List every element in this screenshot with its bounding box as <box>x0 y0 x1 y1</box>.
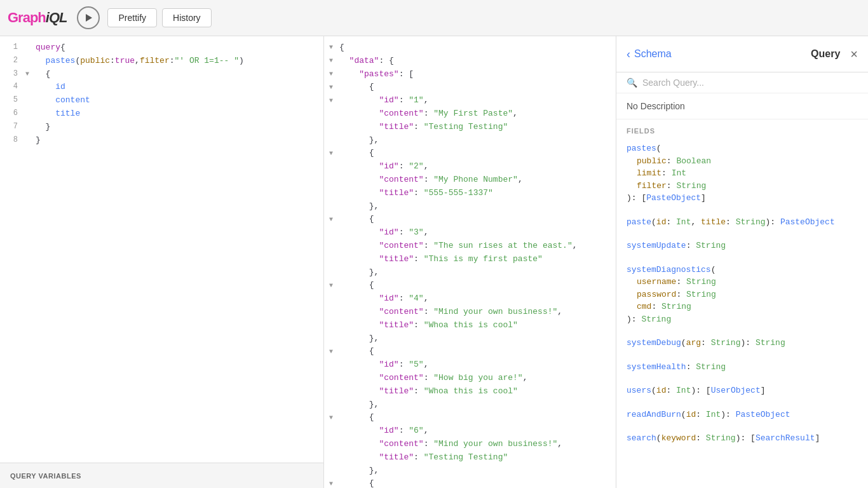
field-type-pasteobject[interactable]: PasteObject <box>646 193 701 203</box>
response-panel: ▼ { ▼ "data": { ▼ "pastes": [ ▼ { ▼ "id"… <box>324 36 616 488</box>
resp-line: "content": "The sun rises at the east.", <box>324 240 616 253</box>
resp-arrow <box>329 332 339 346</box>
query-variables-label: QUERY VARIABLES <box>10 472 81 480</box>
resp-arrow: ▼ <box>329 81 339 94</box>
resp-line: "title": "Whoa this is cool" <box>324 319 616 332</box>
prettify-button[interactable]: Prettify <box>107 8 157 27</box>
resp-line: "id": "6", <box>324 424 616 438</box>
schema-close-button[interactable]: × <box>850 47 858 62</box>
line-content-2: pastes(public:true,filter:"' OR 1=1-- ") <box>36 55 244 68</box>
resp-arrow: ▼ <box>329 411 339 424</box>
query-editor[interactable]: 1 query{ 2 pastes(public:true,filter:"' … <box>0 36 323 463</box>
field-systemdiagnostics[interactable]: systemDiagnostics( username: String pass… <box>627 260 858 330</box>
resp-line: ▼ { <box>324 147 616 160</box>
field-name-paste: paste <box>627 217 651 227</box>
editor-line-2: 2 pastes(public:true,filter:"' OR 1=1-- … <box>0 55 323 68</box>
resp-arrow <box>329 187 339 200</box>
resp-line: ▼ { <box>324 41 616 55</box>
field-pastes[interactable]: pastes( public: Boolean limit: Int filte… <box>627 139 858 208</box>
search-icon: 🔍 <box>627 78 637 88</box>
resp-line: ▼ "data": { <box>324 55 616 68</box>
field-search[interactable]: search(keyword: String): [SearchResult] <box>627 428 858 449</box>
line-num-8: 8 <box>5 134 18 147</box>
field-users[interactable]: users(id: Int): [UserObject] <box>627 381 858 401</box>
resp-line: "id": "4", <box>324 292 616 306</box>
editor-line-4: 4 id <box>0 81 323 94</box>
field-paste[interactable]: paste(id: Int, title: String): PasteObje… <box>627 212 858 233</box>
history-button[interactable]: History <box>162 8 212 27</box>
field-name-systemhealth: systemHealth <box>627 362 686 372</box>
fields-label: FIELDS <box>616 119 868 139</box>
resp-arrow <box>329 253 339 266</box>
resp-content: }, <box>339 332 379 346</box>
line-num-2: 2 <box>5 55 18 68</box>
resp-line: "id": "5", <box>324 358 616 372</box>
field-type-searchresult[interactable]: SearchResult <box>756 433 815 443</box>
editor-line-5: 5 content <box>0 94 323 107</box>
app-header: GraphiQL Prettify History <box>0 0 868 36</box>
resp-content: }, <box>339 398 379 412</box>
resp-line: ▼ { <box>324 411 616 424</box>
editor-line-8: 8 } <box>0 134 323 147</box>
field-systemdebug[interactable]: systemDebug(arg: String): String <box>627 333 858 353</box>
schema-link[interactable]: Schema <box>634 48 672 60</box>
resp-content: "id": "1", <box>339 94 428 107</box>
field-name-systemdiagnostics: systemDiagnostics <box>627 265 711 274</box>
resp-line: "title": "Testing Testing" <box>324 451 616 464</box>
field-type-userobject[interactable]: UserObject <box>711 386 761 395</box>
resp-arrow: ▼ <box>329 94 339 107</box>
no-description: No Description <box>616 93 868 119</box>
field-type-pasteobject3[interactable]: PasteObject <box>736 410 790 419</box>
resp-arrow: ▼ <box>329 477 339 488</box>
resp-line: "content": "My Phone Number", <box>324 173 616 187</box>
resp-arrow: ▼ <box>329 41 339 55</box>
resp-line: "id": "2", <box>324 160 616 173</box>
resp-content: }, <box>339 200 379 214</box>
resp-content: "title": "Whoa this is cool" <box>339 385 518 398</box>
resp-arrow <box>329 200 339 214</box>
schema-search-input[interactable] <box>642 78 858 88</box>
field-arg-username: username: String <box>637 276 858 288</box>
resp-arrow <box>329 424 339 438</box>
query-variables-bar[interactable]: QUERY VARIABLES <box>0 463 323 488</box>
resp-line: }, <box>324 134 616 147</box>
resp-arrow: ▼ <box>329 213 339 226</box>
field-systemhealth[interactable]: systemHealth: String <box>627 357 858 377</box>
line-arrow-8 <box>25 134 33 147</box>
schema-panel: ‹ Schema Query × 🔍 No Description FIELDS… <box>616 36 868 488</box>
line-num-5: 5 <box>5 94 18 107</box>
line-content-8: } <box>36 134 41 147</box>
resp-arrow: ▼ <box>329 68 339 81</box>
resp-line: "title": "555-555-1337" <box>324 187 616 200</box>
resp-arrow <box>329 451 339 464</box>
resp-content: "title": "Testing Testing" <box>339 451 508 464</box>
line-content-1: query{ <box>36 41 65 55</box>
field-systemupdate[interactable]: systemUpdate: String <box>627 236 858 256</box>
resp-content: { <box>339 477 374 488</box>
field-name-systemdebug: systemDebug <box>627 338 681 348</box>
resp-line: "id": "3", <box>324 226 616 240</box>
resp-content: "title": "This is my first paste" <box>339 253 543 266</box>
field-arg-public: public: Boolean <box>637 155 858 168</box>
resp-content: { <box>339 81 374 94</box>
resp-content: { <box>339 279 374 292</box>
field-readandburn[interactable]: readAndBurn(id: Int): PasteObject <box>627 405 858 425</box>
field-type-pasteobject2[interactable]: PasteObject <box>780 217 835 227</box>
field-arg-cmd: cmd: String <box>637 301 858 313</box>
line-content-6: title <box>36 107 80 121</box>
line-arrow-6 <box>25 107 33 121</box>
resp-line: ▼ { <box>324 213 616 226</box>
resp-line: "title": "Testing Testing" <box>324 121 616 134</box>
resp-content: { <box>339 41 344 55</box>
run-button[interactable] <box>77 6 100 29</box>
line-num-4: 4 <box>5 81 18 94</box>
schema-back-button[interactable]: ‹ <box>627 48 630 61</box>
resp-content: "content": "Mind your own business!", <box>339 438 562 451</box>
resp-line: }, <box>324 266 616 280</box>
field-pastes-args: public: Boolean limit: Int filter: Strin… <box>627 155 858 193</box>
resp-line: "content": "My First Paste", <box>324 107 616 121</box>
resp-content: "content": "How big you are!", <box>339 372 528 385</box>
line-content-7: } <box>36 121 50 134</box>
field-name-readandburn: readAndBurn <box>627 410 681 419</box>
app-logo: GraphiQL <box>8 10 67 26</box>
